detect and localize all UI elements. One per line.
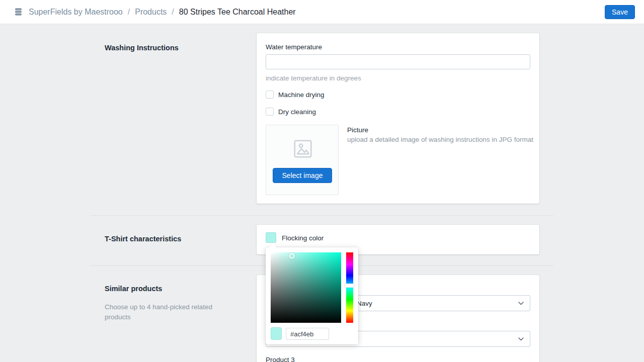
machine-drying-label: Machine drying <box>278 91 325 99</box>
picture-label: Picture <box>347 126 368 134</box>
database-icon <box>14 8 23 16</box>
washing-card: Water temperature indicate temperature i… <box>257 33 539 204</box>
breadcrumb-separator: / <box>172 8 174 17</box>
chevron-down-icon <box>518 337 524 341</box>
breadcrumb-products[interactable]: Products <box>135 8 167 17</box>
breadcrumb-separator: / <box>128 8 130 17</box>
chevron-down-icon <box>518 302 524 305</box>
breadcrumb: SuperFields by Maestrooo / Products / 80… <box>29 8 296 17</box>
dry-cleaning-label: Dry cleaning <box>278 108 316 116</box>
flocking-color-label: Flocking color <box>282 234 324 242</box>
similar-products-description: Choose up to 4 hand-picked related produ… <box>105 302 220 322</box>
dry-cleaning-row[interactable]: Dry cleaning <box>266 108 316 116</box>
select-image-button[interactable]: Select image <box>273 168 332 183</box>
image-placeholder-icon <box>291 137 314 162</box>
color-picker-popup <box>266 247 358 344</box>
dry-cleaning-checkbox[interactable] <box>266 108 274 116</box>
product-3-label: Product 3 <box>266 356 295 362</box>
breadcrumb-app[interactable]: SuperFields by Maestrooo <box>29 8 123 17</box>
flocking-color-swatch[interactable] <box>266 232 276 243</box>
breadcrumb-current-page: 80 Stripes Tee Charcoal Heather <box>179 8 296 17</box>
section-title-washing: Washing Instructions <box>105 44 179 52</box>
hue-slider-handle[interactable] <box>345 284 354 288</box>
saturation-value-area[interactable] <box>271 252 341 323</box>
topbar: SuperFields by Maestrooo / Products / 80… <box>0 0 644 24</box>
water-temperature-input[interactable] <box>266 54 530 69</box>
picture-help-text: upload a detailed image of washing instr… <box>347 136 533 143</box>
picture-upload-box: Select image <box>266 125 339 195</box>
hue-slider[interactable] <box>346 252 353 323</box>
machine-drying-checkbox[interactable] <box>266 90 274 99</box>
save-button[interactable]: Save <box>605 5 635 19</box>
section-title-tshirt: T-Shirt characteristics <box>105 235 181 243</box>
section-divider <box>91 215 553 216</box>
picker-current-color-swatch <box>271 327 282 340</box>
hex-color-input[interactable] <box>286 328 329 340</box>
water-temperature-help: indicate temperature in degrees <box>266 74 361 82</box>
water-temperature-label: Water temperature <box>266 43 322 51</box>
machine-drying-row[interactable]: Machine drying <box>266 90 325 99</box>
section-title-similar: Similar products <box>105 285 162 293</box>
saturation-value-handle[interactable] <box>289 253 295 259</box>
